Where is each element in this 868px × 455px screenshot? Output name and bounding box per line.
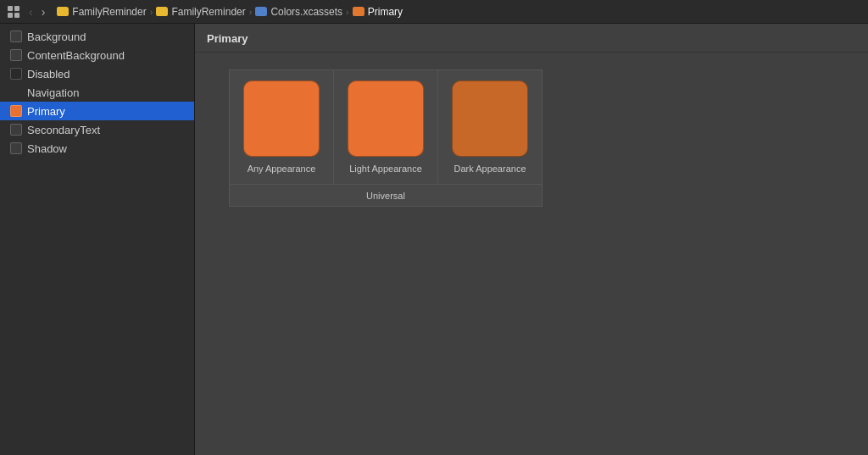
breadcrumb-item-3[interactable]: Colors.xcassets <box>255 6 342 18</box>
color-grid-container: Any Appearance Light Appearance Dark App… <box>229 69 542 207</box>
main-layout: Background ContentBackground Disabled Na… <box>0 24 868 455</box>
universal-row: Universal <box>230 184 542 206</box>
breadcrumb-label-2: FamilyReminder <box>171 6 245 18</box>
color-box-any <box>243 80 320 157</box>
color-column-any[interactable]: Any Appearance <box>230 70 334 184</box>
color-label-any: Any Appearance <box>248 164 316 174</box>
page-title: Primary <box>207 32 248 45</box>
breadcrumb: FamilyReminder › FamilyReminder › Colors… <box>57 6 403 18</box>
titlebar-nav: ‹ › <box>25 4 48 19</box>
folder-yellow-icon-2 <box>156 7 168 16</box>
sidebar-item-navigation[interactable]: Navigation <box>0 83 194 102</box>
breadcrumb-label-3: Colors.xcassets <box>270 6 342 18</box>
breadcrumb-item-1[interactable]: FamilyReminder <box>57 6 146 18</box>
nav-back-button[interactable]: ‹ <box>25 4 36 19</box>
breadcrumb-label-1: FamilyReminder <box>72 6 146 18</box>
sidebar: Background ContentBackground Disabled Na… <box>0 24 195 455</box>
sidebar-item-secondarytext[interactable]: SecondaryText <box>0 120 194 139</box>
sidebar-item-disabled[interactable]: Disabled <box>0 64 194 83</box>
columns-row: Any Appearance Light Appearance Dark App… <box>230 70 542 184</box>
sidebar-item-shadow[interactable]: Shadow <box>0 139 194 158</box>
swatch-primary <box>10 105 22 117</box>
sidebar-label-background: Background <box>27 31 86 43</box>
sidebar-item-primary[interactable]: Primary <box>0 102 194 120</box>
swatch-shadow <box>10 142 22 154</box>
sidebar-label-primary: Primary <box>27 105 65 118</box>
sidebar-label-navigation: Navigation <box>27 86 79 99</box>
breadcrumb-item-2[interactable]: FamilyReminder <box>156 6 245 18</box>
color-box-dark <box>452 80 528 157</box>
folder-blue-icon <box>255 7 267 16</box>
sidebar-label-disabled: Disabled <box>27 68 70 80</box>
color-column-dark[interactable]: Dark Appearance <box>438 70 542 184</box>
color-box-light <box>348 80 424 157</box>
breadcrumb-sep-1: › <box>150 7 153 17</box>
color-label-dark: Dark Appearance <box>454 164 526 174</box>
svg-rect-2 <box>8 13 13 18</box>
grid-icon[interactable] <box>7 5 20 19</box>
color-label-light: Light Appearance <box>349 164 422 174</box>
nav-forward-button[interactable]: › <box>38 4 49 19</box>
folder-orange-icon <box>353 7 364 16</box>
content-area: Primary Any Appearance Light Appearance … <box>195 24 868 455</box>
folder-yellow-icon-1 <box>57 7 69 16</box>
color-grid-area: Any Appearance Light Appearance Dark App… <box>195 53 868 224</box>
breadcrumb-item-4[interactable]: Primary <box>353 6 403 18</box>
sidebar-item-contentbackground[interactable]: ContentBackground <box>0 46 194 64</box>
universal-label: Universal <box>366 186 405 204</box>
sidebar-item-background[interactable]: Background <box>0 27 194 46</box>
svg-rect-0 <box>8 6 13 11</box>
breadcrumb-sep-3: › <box>346 7 349 17</box>
sidebar-label-contentbackground: ContentBackground <box>27 49 125 62</box>
svg-rect-1 <box>14 6 19 11</box>
content-header: Primary <box>195 24 868 53</box>
breadcrumb-sep-2: › <box>249 7 253 17</box>
swatch-contentbackground <box>10 49 22 61</box>
sidebar-label-secondarytext: SecondaryText <box>27 124 100 136</box>
swatch-background <box>10 31 22 42</box>
breadcrumb-label-4: Primary <box>368 6 403 18</box>
swatch-disabled <box>10 68 22 80</box>
svg-rect-3 <box>14 13 19 18</box>
titlebar: ‹ › FamilyReminder › FamilyReminder › Co… <box>0 0 868 24</box>
sidebar-label-shadow: Shadow <box>27 142 67 155</box>
color-column-light[interactable]: Light Appearance <box>334 70 438 184</box>
swatch-secondarytext <box>10 124 22 136</box>
